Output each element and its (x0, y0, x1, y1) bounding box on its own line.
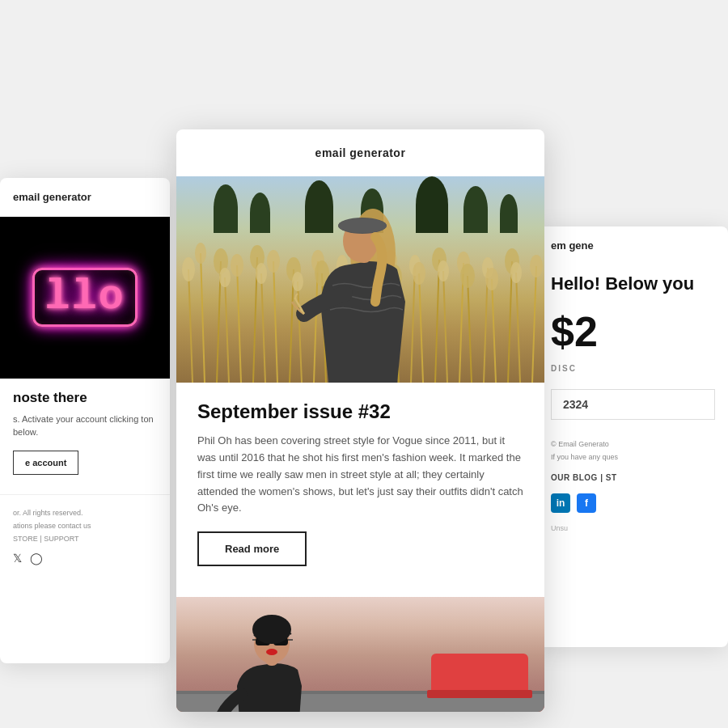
issue-title: September issue #32 (197, 400, 523, 423)
right-price: $2 (538, 299, 728, 364)
right-contact: If you have any ques (551, 453, 618, 461)
svg-point-54 (485, 268, 498, 290)
svg-point-32 (219, 268, 231, 287)
card-right: em gene Hello! Below you $2 DISC 2324 © … (538, 226, 728, 647)
neon-hello-text: llo (32, 268, 138, 327)
svg-line-25 (492, 279, 496, 383)
svg-point-35 (256, 263, 267, 284)
left-hero-black: llo (0, 217, 170, 379)
svg-point-30 (195, 243, 206, 264)
footer-rights: or. All rights reserved. (13, 509, 83, 517)
svg-line-7 (273, 261, 277, 383)
svg-point-57 (530, 255, 543, 277)
svg-line-1 (201, 253, 205, 383)
right-copyright: © Email Generato (551, 440, 609, 448)
left-logo-area: email generator (0, 178, 170, 217)
left-footer: or. All rights reserved. ations please c… (0, 494, 170, 577)
right-logo-text: em gene (551, 239, 715, 252)
svg-point-29 (182, 257, 195, 281)
right-hello-text: Hello! Below you (538, 265, 728, 299)
svg-line-21 (443, 271, 447, 383)
footer-contact: ations please contact us (13, 522, 91, 530)
center-content-area: September issue #32 Phil Oh has been cov… (176, 383, 544, 597)
right-links: OUR BLOG | ST (538, 468, 728, 487)
svg-point-52 (460, 264, 475, 288)
svg-line-27 (516, 273, 520, 383)
left-social-icons: 𝕏 ◯ (13, 552, 157, 565)
right-logo-area: em gene (538, 226, 728, 265)
left-headline: noste there (13, 390, 157, 406)
left-logo-text: email generator (13, 191, 157, 204)
right-discount-label: DISC (538, 364, 728, 381)
twitter-icon[interactable]: 𝕏 (13, 552, 22, 565)
card-center: email generator (176, 129, 544, 712)
footer-links: STORE | SUPPORT (13, 535, 79, 543)
instagram-icon[interactable]: ◯ (30, 552, 43, 565)
center-logo-area: email generator (176, 129, 544, 176)
center-hero-image (176, 176, 544, 383)
svg-point-36 (267, 250, 280, 273)
svg-line-28 (532, 266, 536, 383)
center-second-image (176, 597, 544, 712)
svg-line-4 (237, 265, 241, 383)
svg-line-26 (508, 261, 512, 383)
svg-point-33 (231, 254, 243, 277)
svg-line-3 (225, 277, 229, 383)
left-footer-text: or. All rights reserved. ations please c… (13, 506, 157, 546)
facebook-icon[interactable]: f (577, 493, 596, 513)
linkedin-icon[interactable]: in (551, 493, 570, 513)
svg-line-6 (261, 273, 265, 383)
card-left: email generator llo noste there s. Activ… (0, 178, 170, 663)
svg-line-23 (468, 276, 472, 383)
svg-line-0 (188, 269, 193, 383)
right-footer-text: © Email Generato If you have any ques (538, 428, 728, 468)
right-social-row: in f (538, 487, 728, 519)
svg-point-56 (510, 262, 522, 283)
center-logo-text: email generator (193, 146, 528, 160)
right-code-box: 2324 (551, 389, 715, 420)
activate-account-button[interactable]: e account (13, 451, 78, 475)
svg-point-71 (266, 649, 277, 655)
svg-point-62 (338, 218, 387, 233)
center-body-text: Phil Oh has been covering street style f… (197, 433, 523, 517)
left-body-text: s. Activate your account clicking ton be… (13, 413, 157, 439)
left-content-area: noste there s. Activate your account cli… (0, 379, 170, 486)
read-more-button[interactable]: Read more (197, 531, 307, 566)
svg-point-70 (252, 615, 291, 644)
right-unsub-text: Unsu (538, 519, 728, 537)
